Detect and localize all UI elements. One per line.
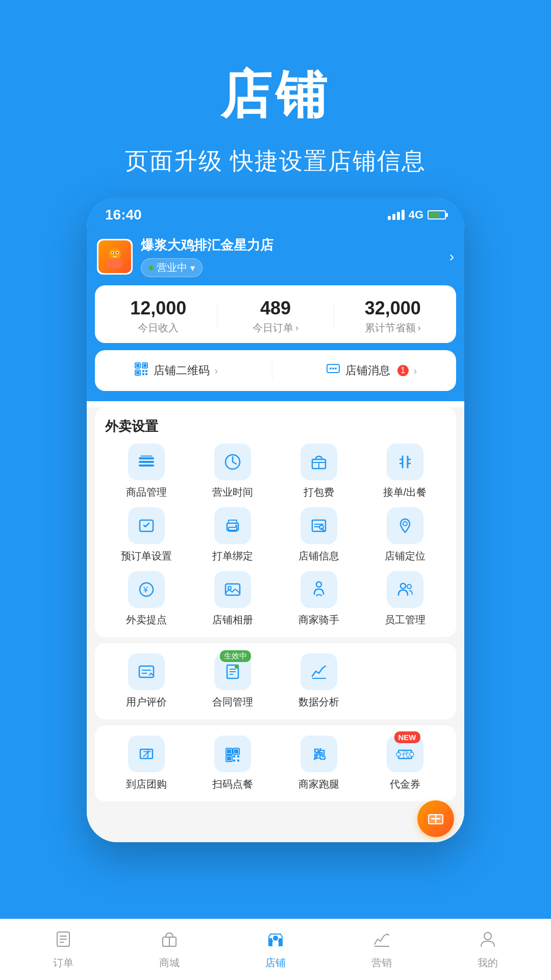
- svg-rect-69: [233, 760, 235, 762]
- float-button[interactable]: [417, 800, 454, 837]
- menu-item-scan[interactable]: 扫码点餐: [189, 736, 276, 791]
- store-name: 爆浆大鸡排汇金星力店: [141, 236, 444, 254]
- qrcode-label: 店铺二维码: [154, 363, 210, 378]
- scan-icon: [214, 736, 251, 772]
- svg-point-73: [396, 752, 400, 756]
- errand-icon: 跑: [300, 736, 337, 772]
- phone-content: 外卖设置 商品管理: [87, 407, 464, 842]
- quick-link-qrcode[interactable]: 店铺二维码 ›: [134, 360, 218, 381]
- menu-item-rider[interactable]: 商家骑手: [276, 571, 362, 627]
- svg-point-74: [410, 752, 414, 756]
- menu-item-errand[interactable]: 跑 商家跑腿: [276, 736, 362, 791]
- nav-profile[interactable]: 我的: [435, 930, 541, 970]
- menu-grid-group: 才 到店团购: [103, 736, 448, 791]
- section-group: 才 到店团购: [95, 725, 456, 801]
- status-time: 16:40: [105, 207, 142, 223]
- menu-item-store-info[interactable]: 店铺信息: [276, 507, 362, 563]
- svg-rect-22: [139, 464, 154, 467]
- svg-rect-12: [142, 370, 144, 372]
- bottom-nav: 订单 商城 店铺 营销: [0, 919, 551, 980]
- svg-rect-15: [145, 373, 147, 375]
- svg-rect-66: [227, 756, 231, 761]
- menu-item-packaging[interactable]: 打包费: [276, 444, 362, 499]
- store-status-text: 营业中: [157, 261, 187, 275]
- nav-marketing-label: 营销: [371, 956, 392, 970]
- svg-text:¥: ¥: [143, 585, 148, 594]
- nav-mall-label: 商城: [159, 956, 180, 970]
- stat-income-value: 12,000: [100, 298, 217, 319]
- menu-item-preorder[interactable]: 预订单设置: [103, 507, 189, 563]
- orders-label: 接单/出餐: [383, 485, 427, 499]
- svg-point-4: [112, 252, 113, 254]
- svg-point-57: [235, 665, 239, 669]
- store-info-row[interactable]: 爆浆大鸡排汇金星力店 营业中 ▾ ›: [87, 228, 464, 285]
- menu-item-products[interactable]: 商品管理: [103, 444, 189, 499]
- nav-marketing[interactable]: 营销: [329, 930, 435, 970]
- menu-item-location[interactable]: 店铺定位: [362, 507, 448, 563]
- packaging-icon: [300, 444, 337, 480]
- menu-item-review[interactable]: 用户评价: [103, 653, 189, 709]
- phone-blue-top: 16:40 4G: [87, 198, 464, 401]
- stat-today-income: 12,000 今日收入: [100, 298, 217, 335]
- menu-item-coupon[interactable]: 代 NEW 代金券: [362, 736, 448, 791]
- store-status-badge[interactable]: 营业中 ▾: [141, 258, 203, 277]
- hours-label: 营业时间: [212, 485, 253, 499]
- location-label: 店铺定位: [385, 549, 425, 563]
- store-name-area: 爆浆大鸡排汇金星力店 营业中 ▾: [141, 236, 444, 277]
- location-icon: [387, 507, 423, 544]
- section-review: 用户评价 生效中 合同管理: [95, 643, 456, 719]
- nav-orders[interactable]: 订单: [10, 930, 116, 970]
- svg-rect-64: [227, 749, 231, 753]
- stats-card: 12,000 今日收入 489 今日订单 › 32,000 累计节省额 ›: [95, 285, 456, 343]
- store-logo-image: [98, 240, 131, 273]
- stat-orders-label: 今日订单 ›: [217, 321, 334, 335]
- stat-orders-value: 489: [217, 298, 334, 319]
- store-info-icon: [300, 507, 337, 544]
- svg-point-19: [335, 368, 337, 370]
- svg-point-50: [400, 583, 406, 589]
- packaging-label: 打包费: [304, 485, 334, 499]
- stat-total-savings[interactable]: 32,000 累计节省额 ›: [334, 298, 451, 335]
- preorder-icon: [128, 507, 165, 544]
- nav-profile-label: 我的: [478, 956, 498, 970]
- nav-store-icon: [266, 930, 285, 953]
- menu-item-album[interactable]: 店铺相册: [189, 571, 276, 627]
- printer-label: 打单绑定: [212, 549, 253, 563]
- errand-label: 商家跑腿: [298, 777, 339, 791]
- stat-savings-value: 32,000: [334, 298, 451, 319]
- stat-income-label: 今日收入: [100, 321, 217, 335]
- nav-store-label: 店铺: [265, 956, 286, 970]
- nav-mall[interactable]: 商城: [116, 930, 222, 970]
- menu-item-hours[interactable]: 营业时间: [189, 444, 276, 499]
- menu-item-staff[interactable]: 员工管理: [362, 571, 448, 627]
- quick-link-divider: [272, 360, 272, 381]
- stat-savings-label: 累计节省额 ›: [334, 321, 451, 335]
- battery-icon: [428, 210, 446, 219]
- menu-item-commission[interactable]: ¥ 外卖提点: [103, 571, 189, 627]
- status-bar: 16:40 4G: [105, 207, 446, 223]
- section-delivery-title: 外卖设置: [103, 418, 448, 435]
- float-button-area: [87, 801, 464, 832]
- svg-point-85: [272, 935, 279, 941]
- message-label: 店铺消息: [345, 363, 390, 378]
- menu-item-orders[interactable]: 接单/出餐: [362, 444, 448, 499]
- nav-store[interactable]: 店铺: [222, 930, 329, 970]
- rider-icon: [300, 571, 337, 608]
- menu-item-contract[interactable]: 生效中 合同管理: [189, 653, 276, 709]
- svg-point-49: [316, 582, 321, 587]
- data-icon: [300, 653, 337, 690]
- phone-mockup: 16:40 4G: [87, 198, 464, 842]
- quick-link-message[interactable]: 店铺消息 1 ›: [326, 360, 417, 381]
- coupon-label: 代金券: [390, 777, 420, 791]
- menu-item-group-buy[interactable]: 才 到店团购: [103, 736, 189, 791]
- signal-bars-icon: [388, 210, 405, 220]
- menu-item-printer[interactable]: 打单绑定: [189, 507, 276, 563]
- nav-orders-label: 订单: [53, 956, 73, 970]
- stat-today-orders[interactable]: 489 今日订单 ›: [217, 298, 334, 335]
- qrcode-arrow: ›: [215, 365, 218, 377]
- svg-text:跑: 跑: [313, 747, 326, 761]
- menu-item-data[interactable]: 数据分析: [276, 653, 362, 709]
- svg-point-5: [117, 252, 118, 254]
- battery-fill: [430, 212, 440, 217]
- svg-rect-21: [139, 461, 154, 463]
